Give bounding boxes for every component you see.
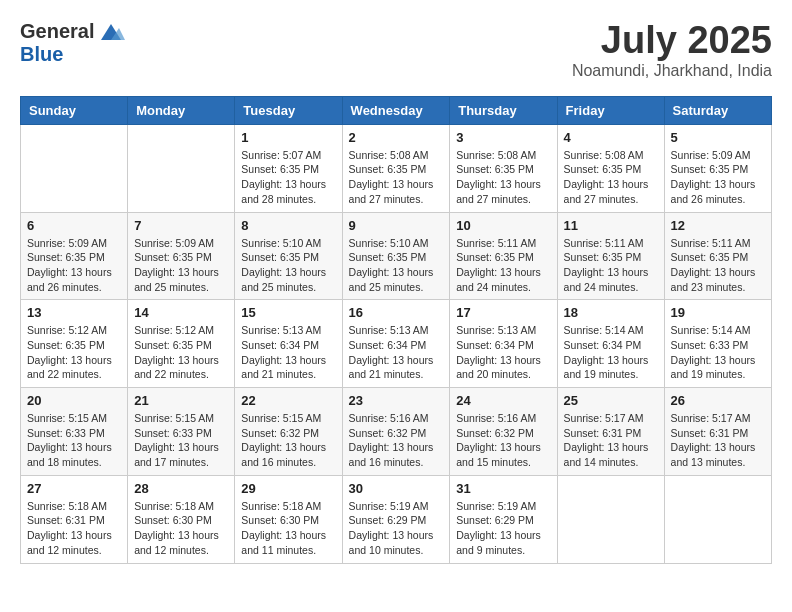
day-number: 21	[134, 393, 228, 408]
title-block: July 2025 Noamundi, Jharkhand, India	[572, 20, 772, 80]
day-number: 24	[456, 393, 550, 408]
calendar-cell: 26Sunrise: 5:17 AM Sunset: 6:31 PM Dayli…	[664, 388, 771, 476]
day-info: Sunrise: 5:13 AM Sunset: 6:34 PM Dayligh…	[241, 323, 335, 382]
day-info: Sunrise: 5:14 AM Sunset: 6:33 PM Dayligh…	[671, 323, 765, 382]
day-number: 31	[456, 481, 550, 496]
day-number: 2	[349, 130, 444, 145]
day-number: 10	[456, 218, 550, 233]
day-info: Sunrise: 5:15 AM Sunset: 6:33 PM Dayligh…	[27, 411, 121, 470]
calendar-cell	[664, 475, 771, 563]
day-number: 29	[241, 481, 335, 496]
calendar-cell: 18Sunrise: 5:14 AM Sunset: 6:34 PM Dayli…	[557, 300, 664, 388]
weekday-header-row: SundayMondayTuesdayWednesdayThursdayFrid…	[21, 96, 772, 124]
day-number: 15	[241, 305, 335, 320]
day-info: Sunrise: 5:10 AM Sunset: 6:35 PM Dayligh…	[349, 236, 444, 295]
day-number: 6	[27, 218, 121, 233]
calendar-cell: 11Sunrise: 5:11 AM Sunset: 6:35 PM Dayli…	[557, 212, 664, 300]
calendar-week-row: 6Sunrise: 5:09 AM Sunset: 6:35 PM Daylig…	[21, 212, 772, 300]
calendar-week-row: 1Sunrise: 5:07 AM Sunset: 6:35 PM Daylig…	[21, 124, 772, 212]
day-number: 8	[241, 218, 335, 233]
day-number: 22	[241, 393, 335, 408]
day-info: Sunrise: 5:08 AM Sunset: 6:35 PM Dayligh…	[456, 148, 550, 207]
day-number: 11	[564, 218, 658, 233]
day-info: Sunrise: 5:13 AM Sunset: 6:34 PM Dayligh…	[456, 323, 550, 382]
weekday-header-sunday: Sunday	[21, 96, 128, 124]
day-info: Sunrise: 5:15 AM Sunset: 6:32 PM Dayligh…	[241, 411, 335, 470]
weekday-header-monday: Monday	[128, 96, 235, 124]
month-title: July 2025	[572, 20, 772, 62]
day-info: Sunrise: 5:19 AM Sunset: 6:29 PM Dayligh…	[456, 499, 550, 558]
day-number: 23	[349, 393, 444, 408]
day-info: Sunrise: 5:16 AM Sunset: 6:32 PM Dayligh…	[349, 411, 444, 470]
day-number: 18	[564, 305, 658, 320]
calendar-week-row: 27Sunrise: 5:18 AM Sunset: 6:31 PM Dayli…	[21, 475, 772, 563]
day-number: 9	[349, 218, 444, 233]
calendar-cell: 19Sunrise: 5:14 AM Sunset: 6:33 PM Dayli…	[664, 300, 771, 388]
calendar-week-row: 20Sunrise: 5:15 AM Sunset: 6:33 PM Dayli…	[21, 388, 772, 476]
weekday-header-wednesday: Wednesday	[342, 96, 450, 124]
day-number: 27	[27, 481, 121, 496]
calendar-cell	[128, 124, 235, 212]
calendar-cell: 31Sunrise: 5:19 AM Sunset: 6:29 PM Dayli…	[450, 475, 557, 563]
day-number: 12	[671, 218, 765, 233]
calendar-cell: 3Sunrise: 5:08 AM Sunset: 6:35 PM Daylig…	[450, 124, 557, 212]
day-info: Sunrise: 5:12 AM Sunset: 6:35 PM Dayligh…	[27, 323, 121, 382]
day-number: 26	[671, 393, 765, 408]
logo: General Blue	[20, 20, 125, 66]
day-number: 25	[564, 393, 658, 408]
day-info: Sunrise: 5:19 AM Sunset: 6:29 PM Dayligh…	[349, 499, 444, 558]
logo-blue-text: Blue	[20, 43, 63, 66]
calendar-cell: 6Sunrise: 5:09 AM Sunset: 6:35 PM Daylig…	[21, 212, 128, 300]
calendar-cell: 4Sunrise: 5:08 AM Sunset: 6:35 PM Daylig…	[557, 124, 664, 212]
day-info: Sunrise: 5:10 AM Sunset: 6:35 PM Dayligh…	[241, 236, 335, 295]
calendar-week-row: 13Sunrise: 5:12 AM Sunset: 6:35 PM Dayli…	[21, 300, 772, 388]
calendar-cell: 5Sunrise: 5:09 AM Sunset: 6:35 PM Daylig…	[664, 124, 771, 212]
page-header: General Blue July 2025 Noamundi, Jharkha…	[20, 20, 772, 80]
day-info: Sunrise: 5:17 AM Sunset: 6:31 PM Dayligh…	[564, 411, 658, 470]
calendar-cell: 20Sunrise: 5:15 AM Sunset: 6:33 PM Dayli…	[21, 388, 128, 476]
day-info: Sunrise: 5:12 AM Sunset: 6:35 PM Dayligh…	[134, 323, 228, 382]
calendar-cell	[21, 124, 128, 212]
calendar-cell: 24Sunrise: 5:16 AM Sunset: 6:32 PM Dayli…	[450, 388, 557, 476]
calendar-cell: 30Sunrise: 5:19 AM Sunset: 6:29 PM Dayli…	[342, 475, 450, 563]
calendar-cell	[557, 475, 664, 563]
day-info: Sunrise: 5:15 AM Sunset: 6:33 PM Dayligh…	[134, 411, 228, 470]
day-info: Sunrise: 5:14 AM Sunset: 6:34 PM Dayligh…	[564, 323, 658, 382]
day-info: Sunrise: 5:13 AM Sunset: 6:34 PM Dayligh…	[349, 323, 444, 382]
day-number: 3	[456, 130, 550, 145]
day-number: 13	[27, 305, 121, 320]
day-info: Sunrise: 5:08 AM Sunset: 6:35 PM Dayligh…	[349, 148, 444, 207]
calendar-cell: 17Sunrise: 5:13 AM Sunset: 6:34 PM Dayli…	[450, 300, 557, 388]
day-number: 5	[671, 130, 765, 145]
weekday-header-thursday: Thursday	[450, 96, 557, 124]
weekday-header-tuesday: Tuesday	[235, 96, 342, 124]
day-number: 16	[349, 305, 444, 320]
day-info: Sunrise: 5:16 AM Sunset: 6:32 PM Dayligh…	[456, 411, 550, 470]
calendar-cell: 21Sunrise: 5:15 AM Sunset: 6:33 PM Dayli…	[128, 388, 235, 476]
calendar-cell: 2Sunrise: 5:08 AM Sunset: 6:35 PM Daylig…	[342, 124, 450, 212]
day-number: 20	[27, 393, 121, 408]
day-number: 7	[134, 218, 228, 233]
day-info: Sunrise: 5:07 AM Sunset: 6:35 PM Dayligh…	[241, 148, 335, 207]
day-info: Sunrise: 5:09 AM Sunset: 6:35 PM Dayligh…	[134, 236, 228, 295]
calendar-cell: 7Sunrise: 5:09 AM Sunset: 6:35 PM Daylig…	[128, 212, 235, 300]
calendar-cell: 9Sunrise: 5:10 AM Sunset: 6:35 PM Daylig…	[342, 212, 450, 300]
day-number: 30	[349, 481, 444, 496]
calendar-cell: 12Sunrise: 5:11 AM Sunset: 6:35 PM Dayli…	[664, 212, 771, 300]
day-info: Sunrise: 5:11 AM Sunset: 6:35 PM Dayligh…	[564, 236, 658, 295]
day-info: Sunrise: 5:18 AM Sunset: 6:30 PM Dayligh…	[241, 499, 335, 558]
calendar-cell: 14Sunrise: 5:12 AM Sunset: 6:35 PM Dayli…	[128, 300, 235, 388]
calendar-cell: 10Sunrise: 5:11 AM Sunset: 6:35 PM Dayli…	[450, 212, 557, 300]
day-info: Sunrise: 5:18 AM Sunset: 6:31 PM Dayligh…	[27, 499, 121, 558]
logo-general-text: General	[20, 20, 94, 43]
location: Noamundi, Jharkhand, India	[572, 62, 772, 80]
day-number: 4	[564, 130, 658, 145]
calendar-cell: 25Sunrise: 5:17 AM Sunset: 6:31 PM Dayli…	[557, 388, 664, 476]
day-info: Sunrise: 5:11 AM Sunset: 6:35 PM Dayligh…	[456, 236, 550, 295]
calendar-cell: 8Sunrise: 5:10 AM Sunset: 6:35 PM Daylig…	[235, 212, 342, 300]
calendar-cell: 23Sunrise: 5:16 AM Sunset: 6:32 PM Dayli…	[342, 388, 450, 476]
day-info: Sunrise: 5:11 AM Sunset: 6:35 PM Dayligh…	[671, 236, 765, 295]
weekday-header-friday: Friday	[557, 96, 664, 124]
calendar-cell: 27Sunrise: 5:18 AM Sunset: 6:31 PM Dayli…	[21, 475, 128, 563]
day-info: Sunrise: 5:17 AM Sunset: 6:31 PM Dayligh…	[671, 411, 765, 470]
